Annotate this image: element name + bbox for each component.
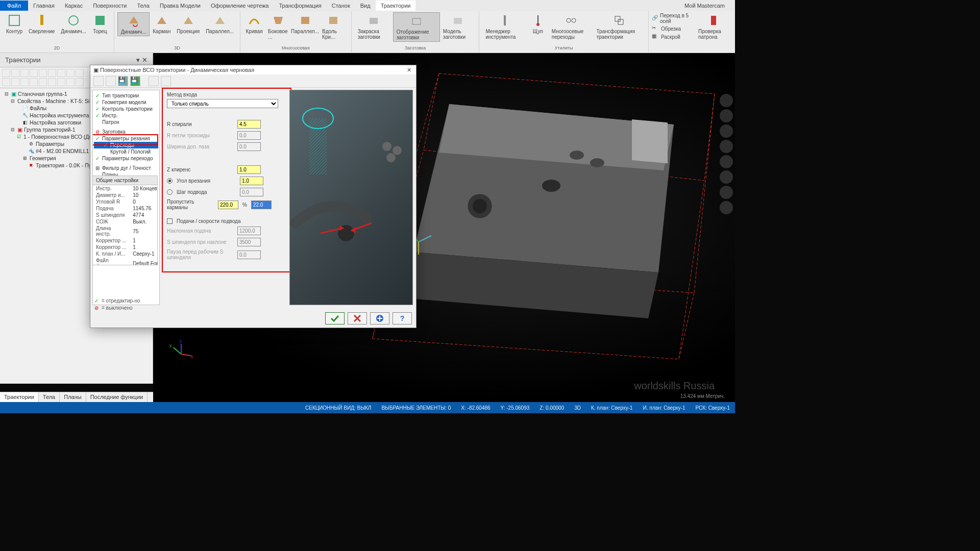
tb5[interactable] <box>39 69 47 77</box>
feeds-checkbox[interactable] <box>167 218 173 224</box>
ribbon-curve[interactable]: Кривая <box>243 12 265 41</box>
tree-transitions[interactable]: ✓Переходы <box>94 142 158 148</box>
ribbon-pocket3d[interactable]: Карман <box>150 12 174 36</box>
tb7[interactable] <box>57 69 65 77</box>
ribbon-contour[interactable]: Контур <box>3 12 26 35</box>
ribbon-toolmgr[interactable]: Менеджер инструмента <box>482 12 527 41</box>
tb12[interactable] <box>20 78 29 86</box>
tb18[interactable] <box>76 78 84 86</box>
panel-menu-icon[interactable]: ▾ ✕ <box>136 56 148 64</box>
tb-d[interactable]: 💾 <box>130 76 140 86</box>
cancel-button[interactable] <box>348 312 367 324</box>
entry-angle-input[interactable] <box>240 177 263 185</box>
menu-machine[interactable]: Станок <box>327 1 355 11</box>
tb-f[interactable] <box>161 76 171 86</box>
tb9[interactable] <box>76 69 84 77</box>
tree-tp-type[interactable]: ✓Тип траектории <box>94 92 158 99</box>
vp-tool-7[interactable] <box>720 186 733 199</box>
apply-button[interactable] <box>370 312 389 324</box>
menu-modelprep[interactable]: Правка Модели <box>155 1 206 11</box>
tb4[interactable] <box>30 69 38 77</box>
vp-tool-5[interactable] <box>720 155 733 168</box>
ribbon-alongcurve[interactable]: Вдоль Кри... <box>319 12 348 41</box>
tb14[interactable] <box>39 78 47 86</box>
ribbon-swarf[interactable]: Боковое ... <box>265 12 291 41</box>
tb6[interactable] <box>48 69 56 77</box>
menu-toolpaths[interactable]: Траектории <box>376 1 416 11</box>
tb15[interactable] <box>48 78 56 86</box>
tb17[interactable] <box>66 78 75 86</box>
tb10[interactable] <box>2 78 10 86</box>
tree-tool[interactable]: ✓Инстр. <box>94 112 158 119</box>
z-clear-input[interactable] <box>237 165 261 174</box>
ribbon-parallel3d[interactable]: Параллел... <box>203 12 237 36</box>
tb-b[interactable] <box>106 76 116 86</box>
entry-step-radio[interactable] <box>167 189 173 195</box>
tree-stock[interactable]: ⊘Заготовка <box>94 129 158 135</box>
tb8[interactable] <box>66 69 75 77</box>
ribbon-dynamic3d[interactable]: Динамич... <box>117 12 150 36</box>
tab-recent[interactable]: Последние функции <box>86 392 148 402</box>
help-button[interactable]: ? <box>393 312 412 324</box>
status-mode[interactable]: 3D <box>574 405 581 411</box>
tab-toolpaths[interactable]: Траектории <box>0 392 39 402</box>
tab-solids[interactable]: Тела <box>39 392 60 402</box>
vp-tool-6[interactable] <box>720 170 733 184</box>
menu-surfaces[interactable]: Поверхности <box>88 1 132 11</box>
ribbon-transform-tp[interactable]: Трансформация траектории <box>593 12 645 41</box>
tab-planes[interactable]: Планы <box>60 392 86 402</box>
tb2[interactable] <box>11 69 19 77</box>
tb16[interactable] <box>57 78 65 86</box>
vp-tool-1[interactable] <box>720 94 733 107</box>
entry-angle-radio[interactable] <box>167 178 173 184</box>
ribbon-chuck-check[interactable]: Проверка патрона <box>695 12 732 41</box>
file-menu[interactable]: Файл <box>0 1 28 11</box>
tb-a[interactable] <box>93 76 104 86</box>
tree-arcfilter[interactable]: ⊞Фильтр дуг / Точност <box>94 165 158 171</box>
vp-tool-3[interactable] <box>720 124 733 138</box>
status-tplane[interactable]: И. план: Сверху-1 <box>643 405 685 411</box>
tree-holder[interactable]: Патрон <box>94 119 158 126</box>
ribbon-trim[interactable]: ✂Обрезка <box>652 24 689 33</box>
vp-tool-4[interactable] <box>720 140 733 153</box>
tree-tp-control[interactable]: ✓Контроль траектории <box>94 106 158 112</box>
vp-tool-8[interactable] <box>720 201 733 214</box>
vp-tool-2[interactable] <box>720 109 733 122</box>
ribbon-drill[interactable]: Сверление <box>26 12 58 35</box>
tb11[interactable] <box>11 78 19 86</box>
ribbon-parallel-ma[interactable]: Параллел... <box>291 12 319 41</box>
entry-method-select[interactable]: Только спираль <box>167 99 278 108</box>
ribbon-probe[interactable]: Щуп <box>527 12 549 41</box>
dialog-title-bar[interactable]: ▣ Поверхностные ВСО траектории - Динамич… <box>90 65 416 74</box>
ribbon-project[interactable]: Проекция <box>174 12 203 36</box>
menu-home[interactable]: Главная <box>28 1 60 11</box>
tb1[interactable] <box>2 69 10 77</box>
tb-save[interactable]: 💾 <box>118 76 128 86</box>
r-spiral-input[interactable] <box>237 120 261 129</box>
dialog-close[interactable]: ✕ <box>405 67 413 73</box>
menu-view[interactable]: Вид <box>355 1 376 11</box>
ribbon-5axis-link[interactable]: 🔗Переход в 5 осей <box>652 12 689 24</box>
ribbon-dynamic2d[interactable]: Динамич... <box>58 12 89 35</box>
ok-button[interactable] <box>325 312 345 324</box>
tb13[interactable] <box>30 78 38 86</box>
tree-linkparams[interactable]: ✓Параметры переходо <box>94 155 158 162</box>
tree-cutparams[interactable]: ✓Параметры резания <box>94 135 158 142</box>
ribbon-face[interactable]: Торец <box>89 12 111 35</box>
menu-transform[interactable]: Трансформация <box>274 1 326 11</box>
menu-solids[interactable]: Тела <box>132 1 154 11</box>
ribbon-stock-display[interactable]: Отображение заготовки <box>393 12 440 42</box>
skip-pockets-pct-input[interactable] <box>251 201 272 209</box>
menu-drafting[interactable]: Оформление чертежа <box>206 1 274 11</box>
status-wcs[interactable]: РСК: Сверху-1 <box>696 405 730 411</box>
menu-wireframe[interactable]: Каркас <box>60 1 88 11</box>
tree-steep[interactable]: Крутой / Пологий <box>94 148 158 155</box>
ribbon-multiaxis-link[interactable]: Многоосевые переходы <box>549 12 594 41</box>
status-cplane[interactable]: К. план: Сверху-1 <box>591 405 633 411</box>
ribbon-stock-model[interactable]: Модель заготовки <box>440 12 476 42</box>
skip-pockets-input[interactable] <box>218 201 238 209</box>
ribbon-stock-shade[interactable]: Закраска заготовки <box>355 12 393 42</box>
ribbon-nesting[interactable]: ▦Раскрой <box>652 33 689 41</box>
tree-geom-model[interactable]: ✓Геометрия модели <box>94 99 158 106</box>
tb3[interactable] <box>20 69 29 77</box>
